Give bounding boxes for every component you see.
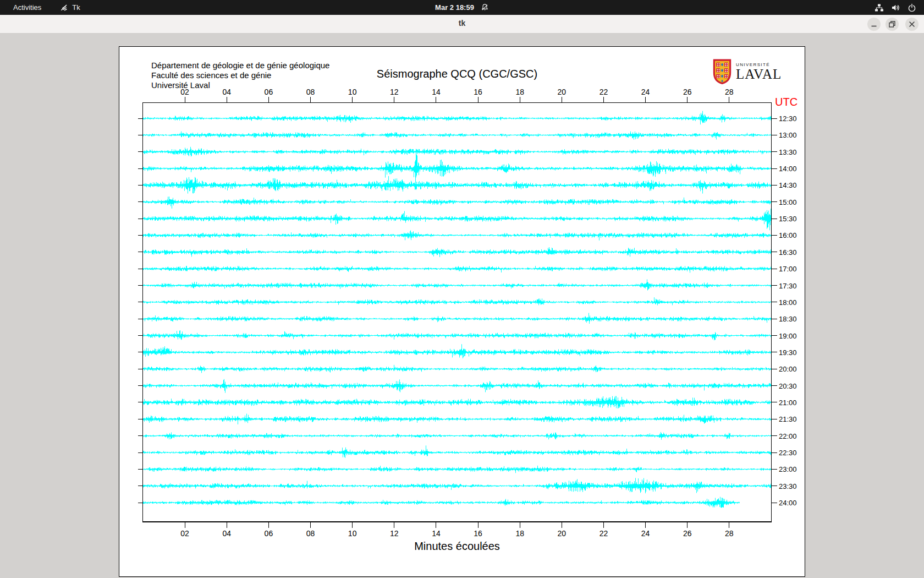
tk-feather-icon — [60, 3, 68, 12]
seismograph-canvas: Département de géologie et de génie géol… — [119, 46, 805, 577]
x-tick-label-bottom: 22 — [594, 529, 613, 538]
time-label: 22:30 — [779, 449, 797, 457]
x-tick-top — [520, 97, 520, 102]
x-tick-bottom — [185, 522, 185, 528]
trace-left-tick — [138, 118, 142, 119]
desktop: { "top_bar": { "activities": "Activities… — [0, 0, 924, 578]
x-tick-top — [394, 97, 394, 102]
x-tick-label-bottom: 20 — [552, 529, 571, 538]
trace-left-tick — [138, 486, 142, 486]
x-tick-top — [352, 97, 353, 102]
plot-title: Séismographe QCQ (CGC/GSC) — [143, 68, 771, 80]
x-tick-bottom — [478, 522, 479, 528]
time-label: 23:00 — [779, 465, 797, 473]
trace-right-tick — [772, 252, 777, 252]
trace-left-tick — [138, 352, 142, 352]
x-tick-label-top: 14 — [427, 88, 446, 96]
time-label: 21:30 — [779, 415, 797, 423]
trace-left-tick — [138, 252, 142, 252]
x-tick-label-bottom: 24 — [636, 529, 655, 538]
x-tick-label-bottom: 10 — [343, 529, 362, 538]
window-title: tk — [0, 19, 924, 28]
gnome-top-bar: Activities Tk Mar 2 18:59 — [0, 0, 924, 15]
time-label: 13:30 — [779, 148, 797, 156]
time-label: 15:30 — [779, 215, 797, 223]
time-label: 18:00 — [779, 298, 797, 307]
time-label: 23:30 — [779, 482, 797, 490]
trace-right-tick — [772, 385, 777, 386]
trace-left-tick — [138, 503, 142, 503]
x-tick-top — [227, 97, 227, 102]
time-label: 14:30 — [779, 181, 797, 189]
system-status-area[interactable] — [875, 0, 916, 15]
time-label: 20:00 — [779, 365, 797, 373]
laval-logo: UNIVERSITÉ LAVAL — [712, 59, 782, 84]
power-icon — [908, 3, 916, 12]
time-label: 16:30 — [779, 248, 797, 257]
trace-left-tick — [138, 235, 142, 236]
trace-left-tick — [138, 201, 142, 202]
time-label: 12:30 — [779, 114, 797, 123]
trace-left-tick — [138, 168, 142, 169]
trace-left-tick — [138, 319, 142, 319]
x-tick-label-bottom: 12 — [385, 529, 404, 538]
trace-left-tick — [138, 185, 142, 186]
close-button[interactable] — [905, 18, 919, 31]
x-tick-label-top: 12 — [385, 88, 404, 96]
x-tick-bottom — [562, 522, 562, 528]
trace-left-tick — [138, 335, 142, 336]
trace-right-tick — [772, 168, 777, 169]
x-tick-bottom — [687, 522, 688, 528]
trace-left-tick — [138, 151, 142, 152]
trace-left-tick — [138, 269, 142, 269]
time-label: 14:00 — [779, 165, 797, 173]
trace-right-tick — [772, 419, 777, 419]
trace-right-tick — [772, 118, 777, 119]
x-tick-bottom — [729, 522, 729, 528]
activities-button[interactable]: Activities — [10, 2, 45, 13]
laval-wordmark: UNIVERSITÉ LAVAL — [736, 62, 782, 81]
trace-right-tick — [772, 235, 777, 236]
x-tick-top — [268, 97, 269, 102]
trace-left-tick — [138, 219, 142, 219]
time-label: 20:30 — [779, 382, 797, 390]
x-tick-label-top: 06 — [259, 88, 278, 96]
restore-button[interactable] — [886, 18, 899, 31]
trace-left-tick — [138, 402, 142, 402]
x-tick-label-top: 26 — [678, 88, 697, 96]
x-tick-top — [729, 97, 729, 102]
time-label: 17:00 — [779, 265, 797, 273]
time-label: 19:30 — [779, 348, 797, 357]
trace-right-tick — [772, 185, 777, 186]
time-label: 16:00 — [779, 231, 797, 239]
x-tick-label-bottom: 02 — [175, 529, 194, 538]
x-tick-bottom — [603, 522, 604, 528]
trace-right-tick — [772, 452, 777, 453]
x-tick-top — [603, 97, 604, 102]
x-tick-label-bottom: 28 — [720, 529, 739, 538]
x-tick-label-top: 10 — [343, 88, 362, 96]
utc-label: UTC — [775, 96, 798, 108]
trace-right-tick — [772, 302, 777, 302]
x-tick-label-bottom: 14 — [427, 529, 446, 538]
minimize-icon — [867, 18, 881, 31]
clock-label: Mar 2 18:59 — [435, 3, 474, 12]
trace-right-tick — [772, 335, 777, 336]
trace-left-tick — [138, 135, 142, 135]
trace-left-tick — [138, 385, 142, 386]
seismic-traces — [143, 103, 771, 521]
tk-app-indicator[interactable]: Tk — [60, 3, 80, 12]
laval-shield-icon — [712, 59, 732, 84]
notifications-disabled-icon — [481, 3, 489, 12]
trace-left-tick — [138, 369, 142, 369]
minimize-button[interactable] — [867, 18, 881, 31]
x-tick-top — [645, 97, 646, 102]
x-tick-top — [562, 97, 562, 102]
x-tick-label-top: 04 — [217, 88, 236, 96]
clock-menu[interactable]: Mar 2 18:59 — [0, 0, 924, 15]
trace-left-tick — [138, 435, 142, 436]
x-tick-label-top: 16 — [469, 88, 487, 96]
volume-icon — [891, 3, 900, 12]
x-tick-bottom — [310, 522, 311, 528]
time-label: 18:30 — [779, 315, 797, 323]
